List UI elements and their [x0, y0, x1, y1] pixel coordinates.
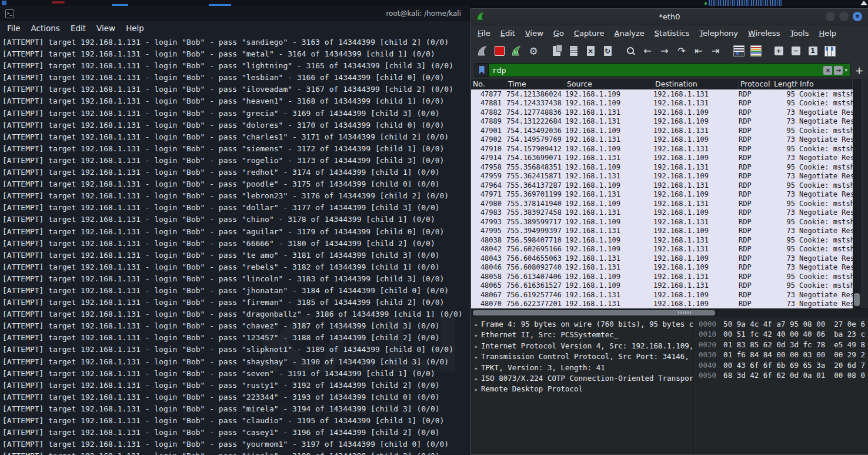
packet-row[interactable]: 47914 754.163699071 192.168.1.131 192.16… — [471, 154, 853, 163]
save-file-icon[interactable] — [567, 45, 580, 58]
expand-arrow-icon[interactable]: ▸ — [475, 343, 478, 350]
close-button[interactable]: × — [853, 12, 862, 21]
expand-arrow-icon[interactable]: ▸ — [475, 365, 478, 371]
packet-row[interactable]: 48042 756.602695166 192.168.1.109 192.16… — [471, 245, 853, 254]
column-header[interactable]: No. — [471, 79, 506, 89]
resize-columns-icon[interactable] — [823, 45, 836, 58]
taskbar-app-icon[interactable] — [2, 1, 6, 5]
hex-row[interactable]: 004000 43 6f 6f 6b 69 65 3a 20 6d 7 — [693, 360, 868, 370]
terminal-titlebar[interactable]: >_ root@kali: /home/kali — [0, 6, 470, 21]
detail-tree-item[interactable]: ▸TPKT, Version: 3, Length: 41 — [471, 363, 693, 373]
next-packet-icon[interactable]: → — [658, 45, 671, 58]
wireshark-menu-item[interactable]: Help — [819, 29, 836, 38]
start-capture-icon[interactable] — [476, 45, 489, 58]
reload-file-icon[interactable]: ↻ — [601, 45, 614, 58]
zoom-in-icon[interactable]: + — [772, 45, 785, 58]
packet-row[interactable]: 47995 755.394999397 192.168.1.131 192.16… — [471, 227, 853, 236]
packet-row[interactable]: 48070 756.622377201 192.168.1.131 192.16… — [471, 300, 853, 309]
minimize-button[interactable] — [826, 12, 835, 21]
packet-row[interactable]: 47993 755.389599717 192.168.1.109 192.16… — [471, 217, 853, 227]
packet-list-horizontal-scrollbar[interactable] — [471, 308, 868, 317]
packet-row[interactable]: 47877 754.121386024 192.168.1.109 192.16… — [471, 89, 853, 99]
top-taskbar[interactable] — [0, 0, 868, 6]
filter-dropdown-icon[interactable]: ▾ — [844, 67, 847, 73]
detail-tree-item[interactable]: ▸Remote Desktop Protocol — [471, 384, 693, 394]
column-header[interactable]: Protocol — [739, 79, 772, 89]
wireshark-menu-item[interactable]: Analyze — [615, 29, 645, 38]
wireshark-titlebar[interactable]: *eth0 × — [471, 9, 868, 25]
filter-bookmark-icon[interactable] — [475, 64, 489, 77]
expand-arrow-icon[interactable]: ▸ — [475, 376, 478, 382]
panel-arrow-icon[interactable] — [860, 1, 867, 5]
capture-options-icon[interactable]: ⚙ — [527, 45, 540, 58]
column-header[interactable]: Time — [506, 79, 565, 89]
filter-value[interactable]: rdp — [489, 66, 823, 75]
wireshark-menu-item[interactable]: Wireless — [748, 29, 780, 38]
packet-row[interactable]: 48046 756.608092740 192.168.1.131 192.16… — [471, 263, 853, 273]
auto-scroll-icon[interactable] — [732, 45, 745, 58]
wireshark-menu-item[interactable]: Telephony — [699, 29, 738, 38]
filter-clear-icon[interactable]: × — [823, 66, 832, 75]
terminal-menu-item[interactable]: View — [96, 24, 115, 33]
expand-arrow-icon[interactable]: ▸ — [475, 354, 478, 360]
expand-arrow-icon[interactable]: ▸ — [475, 386, 478, 393]
packet-row[interactable]: 47971 755.369701199 192.168.1.131 192.16… — [471, 190, 853, 200]
colorize-packets-icon[interactable] — [749, 45, 762, 58]
packet-row[interactable]: 47959 755.362415871 192.168.1.131 192.16… — [471, 172, 853, 181]
column-header[interactable]: Destination — [653, 79, 739, 89]
terminal-menu-item[interactable]: File — [7, 24, 21, 33]
hex-row[interactable]: 005068 3d 42 6f 62 0d 0a 01 00 08 0 — [693, 370, 868, 380]
detail-tree-item[interactable]: ▸ISO 8073/X.224 COTP Connection-Oriented… — [471, 373, 693, 384]
packet-row[interactable]: 48065 756.616361527 192.168.1.109 192.16… — [471, 281, 853, 291]
packet-row[interactable]: 48043 756.604655063 192.168.1.131 192.16… — [471, 254, 853, 263]
packet-row[interactable]: 47882 754.127748836 192.168.1.131 192.16… — [471, 108, 853, 117]
terminal-menu-item[interactable]: Actions — [31, 24, 60, 33]
open-file-icon[interactable] — [550, 45, 563, 58]
close-file-icon[interactable]: × — [584, 45, 597, 58]
hex-row[interactable]: 000050 9a 4c 4f a7 95 08 00 27 0e 6 — [693, 319, 868, 329]
packet-row[interactable]: 47881 754.124337438 192.168.1.109 192.16… — [471, 99, 853, 108]
find-packet-icon[interactable] — [624, 45, 637, 58]
packet-row[interactable]: 47980 755.378141940 192.168.1.109 192.16… — [471, 199, 853, 208]
column-header[interactable]: Length — [772, 79, 798, 89]
filter-add-button[interactable]: + — [854, 64, 864, 77]
packet-row[interactable]: 48067 756.619257746 192.168.1.131 192.16… — [471, 290, 853, 300]
pane-splitter-handle[interactable] — [678, 311, 691, 314]
go-to-packet-icon[interactable]: ↷ — [675, 45, 688, 58]
detail-tree-item[interactable]: ▸Frame 4: 95 bytes on wire (760 bits), 9… — [471, 319, 693, 330]
packet-row[interactable]: 48058 756.613407406 192.168.1.109 192.16… — [471, 272, 853, 281]
hex-row[interactable]: 003001 f6 84 84 00 00 03 00 00 29 2 — [693, 350, 868, 360]
zoom-original-icon[interactable]: 1 — [806, 45, 819, 58]
stop-capture-icon[interactable] — [493, 45, 506, 58]
column-header[interactable]: Info — [798, 79, 853, 89]
scrollbar-thumb[interactable] — [854, 293, 860, 306]
packet-row[interactable]: 47889 754.131222684 192.168.1.131 192.16… — [471, 117, 853, 127]
hex-row[interactable]: 001000 51 fc 42 40 00 40 06 ba 23 c — [693, 329, 868, 339]
packet-row[interactable]: 47958 755.356848351 192.168.1.109 192.16… — [471, 162, 853, 172]
wireshark-menu-item[interactable]: Tools — [790, 29, 809, 38]
detail-tree-item[interactable]: ▸Internet Protocol Version 4, Src: 192.1… — [471, 341, 693, 351]
packet-list-vertical-scrollbar[interactable] — [853, 79, 861, 308]
terminal-output[interactable]: KALI the quieter you become, the mo [ATT… — [0, 35, 470, 455]
packet-row[interactable]: 47901 754.143492036 192.168.1.109 192.16… — [471, 126, 853, 135]
wireshark-menu-item[interactable]: Edit — [500, 29, 515, 38]
display-filter-input[interactable]: rdp × → ▾ — [475, 63, 850, 77]
hex-row[interactable]: 002001 83 85 62 0d 3d fc 78 e5 49 8 — [693, 340, 868, 350]
wireshark-menu-item[interactable]: Capture — [574, 29, 605, 38]
expand-arrow-icon[interactable]: ▸ — [475, 321, 478, 328]
wireshark-menu-item[interactable]: Go — [553, 29, 564, 38]
packet-row[interactable]: 48038 756.598407710 192.168.1.109 192.16… — [471, 235, 853, 245]
packet-row[interactable]: 47910 754.157909412 192.168.1.109 192.16… — [471, 144, 853, 154]
terminal-menu-item[interactable]: Edit — [71, 24, 86, 33]
last-packet-icon[interactable]: ⇥ — [709, 45, 722, 58]
filter-apply-icon[interactable]: → — [834, 66, 843, 75]
packet-row[interactable]: 47902 754.149579769 192.168.1.131 192.16… — [471, 135, 853, 145]
first-packet-icon[interactable]: ⇤ — [692, 45, 705, 58]
maximize-button[interactable] — [839, 12, 849, 21]
expand-arrow-icon[interactable]: ▸ — [475, 332, 478, 338]
previous-packet-icon[interactable]: ← — [641, 45, 654, 58]
restart-capture-icon[interactable]: ↻ — [510, 45, 523, 58]
wireshark-menu-item[interactable]: View — [525, 29, 543, 38]
terminal-menu-item[interactable]: Help — [126, 24, 144, 33]
detail-tree-item[interactable]: ▸Ethernet II, Src: PCSSystemtec_ — [471, 330, 693, 340]
